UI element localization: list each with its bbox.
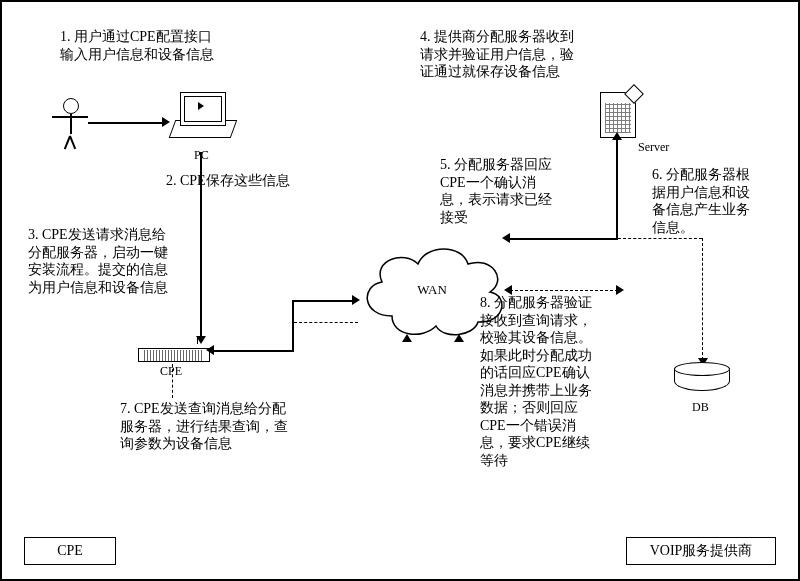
- step-2-text: 2. CPE保存这些信息: [166, 172, 290, 190]
- line-wan-cpe-back: [294, 322, 358, 323]
- cpe-region-box: CPE: [24, 537, 116, 565]
- user-icon: [62, 98, 80, 148]
- line-cpe-wan-2: [292, 300, 294, 352]
- cloud-bottom-arrow-2: [454, 334, 464, 342]
- db-icon: [674, 362, 728, 396]
- cpe-device-label: CPE: [160, 364, 182, 379]
- step-6-text: 6. 分配服务器根 据用户信息和设 备信息产生业务 信息。: [652, 166, 782, 236]
- step-3-text: 3. CPE发送请求消息给 分配服务器，启动一键 安装流程。提交的信息 为用户信…: [28, 226, 228, 296]
- arrow-user-to-pc: [88, 122, 164, 124]
- arrowhead-user-to-pc: [162, 117, 170, 127]
- voip-provider-box: VOIP服务提供商: [626, 537, 776, 565]
- cloud-bottom-arrow-1: [402, 334, 412, 342]
- line-cpe-wan-1: [212, 350, 292, 352]
- step-1-text: 1. 用户通过CPE配置接口 输入用户信息和设备信息: [60, 28, 280, 63]
- line-cpe-wan-3: [292, 300, 354, 302]
- step-7-text: 7. CPE发送查询消息给分配 服务器，进行结果查询，查 询参数为设备信息: [120, 400, 350, 453]
- line-wan-right-dash: [510, 290, 618, 291]
- line-server-to-db: [702, 238, 703, 360]
- wan-label: WAN: [417, 282, 447, 298]
- arrow-pc-to-cpe: [200, 152, 202, 338]
- db-label: DB: [692, 400, 709, 415]
- arrowhead-pc-to-cpe: [196, 336, 206, 344]
- step-5-text: 5. 分配服务器回应 CPE一个确认消 息，表示请求已经 接受: [440, 156, 610, 226]
- cpe-device-icon: [138, 342, 208, 362]
- arrowhead-wan-to-cpe: [206, 345, 214, 355]
- pc-icon: [172, 92, 232, 144]
- server-label: Server: [638, 140, 669, 155]
- arrowhead-cpe-to-wan: [352, 295, 360, 305]
- arrowhead-to-server: [612, 132, 622, 140]
- line-server-to-db-h: [618, 238, 702, 239]
- line-server-down: [616, 138, 618, 238]
- diagram-canvas: 1. 用户通过CPE配置接口 输入用户信息和设备信息 PC 2. CPE保存这些…: [0, 0, 800, 581]
- connector-cpe-step7: [172, 364, 173, 398]
- arrowhead-to-wan-top: [502, 233, 510, 243]
- step-8-text: 8. 分配服务器验证 接收到查询请求， 校验其设备信息。 如果此时分配成功 的话…: [480, 294, 650, 469]
- line-server-to-wan: [508, 238, 618, 240]
- step-4-text: 4. 提供商分配服务器收到 请求并验证用户信息，验 证通过就保存设备信息: [420, 28, 650, 81]
